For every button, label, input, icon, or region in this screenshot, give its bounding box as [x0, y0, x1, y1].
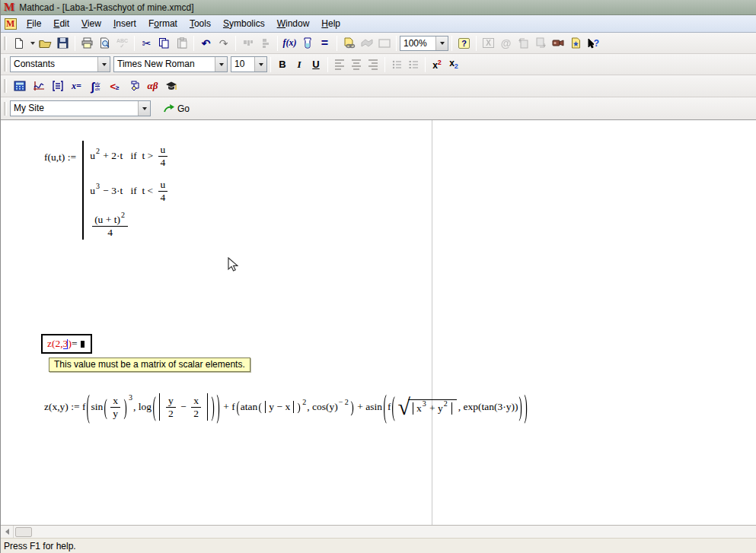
- numbered-list-icon: [409, 60, 419, 69]
- menu-symbolics[interactable]: Symbolics: [217, 16, 271, 31]
- document-icon[interactable]: M: [5, 18, 17, 30]
- new-page-icon: [13, 37, 25, 49]
- print-preview-button[interactable]: [96, 35, 113, 52]
- window-title: Mathcad - [Laba-1-Raschyot of mine.xmcd]: [19, 2, 193, 13]
- help-icon: ?: [458, 38, 470, 49]
- horizontal-scrollbar[interactable]: [1, 525, 756, 538]
- menu-help[interactable]: Help: [315, 16, 346, 31]
- worksheet-canvas[interactable]: f(u,t) := u2 + 2·t if t > u4 u3 − 3·t if…: [1, 120, 756, 525]
- align-left-button[interactable]: [331, 56, 348, 72]
- menu-window[interactable]: Window: [271, 16, 316, 31]
- insert-region-button[interactable]: [375, 35, 393, 52]
- zoom-dropdown-button[interactable]: [435, 37, 448, 50]
- insert-component-button[interactable]: [358, 35, 375, 52]
- symbolic-palette-button[interactable]: [162, 78, 181, 95]
- font-dropdown-button[interactable]: [215, 57, 227, 72]
- scrollbar-thumb[interactable]: [15, 527, 32, 537]
- paste-button[interactable]: [173, 35, 190, 52]
- mail-button[interactable]: @: [497, 35, 515, 52]
- menu-view[interactable]: View: [75, 16, 107, 31]
- bullet-list-button[interactable]: [388, 56, 405, 72]
- align-right-button[interactable]: [365, 56, 381, 72]
- bullet-list-icon: [392, 60, 402, 69]
- insert-function-button[interactable]: f(x): [281, 35, 298, 52]
- align-across-button[interactable]: [239, 35, 257, 52]
- context-help-button[interactable]: ?: [585, 35, 602, 52]
- greek-palette-button[interactable]: αβ: [143, 78, 162, 95]
- redo-button[interactable]: ↷: [215, 35, 232, 52]
- menu-file[interactable]: File: [21, 16, 47, 31]
- toolbar-gripper[interactable]: [4, 58, 7, 72]
- copy-button[interactable]: [155, 35, 173, 52]
- graph-palette-button[interactable]: [29, 78, 48, 95]
- menu-format[interactable]: Format: [142, 16, 183, 31]
- font-size-combobox[interactable]: 10: [231, 56, 267, 72]
- menu-insert[interactable]: Insert: [107, 16, 142, 31]
- printer-icon: [81, 37, 94, 49]
- programming-palette-button[interactable]: [124, 78, 143, 95]
- align-down-button[interactable]: [257, 35, 274, 52]
- save-floppy-icon: [57, 37, 69, 49]
- menu-tools[interactable]: Tools: [183, 16, 217, 31]
- excel-component-button[interactable]: X: [480, 35, 497, 52]
- wizard-page-icon: [570, 37, 582, 49]
- insert-hyperlink-button[interactable]: [340, 35, 358, 52]
- update-upload-button[interactable]: [515, 35, 532, 52]
- calculate-button[interactable]: =: [316, 35, 333, 52]
- math-region-error[interactable]: z(2,3) =: [41, 334, 92, 354]
- toolbar-gripper[interactable]: [4, 79, 7, 93]
- go-arrow-icon: [164, 104, 175, 113]
- font-size-dropdown-button[interactable]: [254, 57, 266, 72]
- dropdown-caret-icon: [440, 42, 445, 45]
- numbered-list-button[interactable]: [405, 56, 422, 72]
- toolbar-gripper[interactable]: [4, 37, 7, 50]
- calculator-palette-button[interactable]: [10, 78, 29, 95]
- evaluation-palette-button[interactable]: x=: [67, 78, 86, 95]
- help-button[interactable]: ?: [455, 35, 473, 52]
- superscript-button[interactable]: x2: [429, 56, 445, 72]
- resources-dropdown-button[interactable]: [138, 101, 150, 116]
- page-up-icon: [518, 37, 529, 49]
- subscript-button[interactable]: x2: [445, 56, 462, 72]
- piecewise-row-3: (u + t)24: [90, 214, 170, 238]
- presentation-button[interactable]: [550, 35, 567, 52]
- save-button[interactable]: [54, 35, 72, 52]
- font-combobox[interactable]: Times New Roman: [113, 56, 228, 72]
- resources-combobox[interactable]: My Site: [10, 100, 151, 116]
- open-button[interactable]: [37, 35, 54, 52]
- new-dropdown-button[interactable]: [27, 35, 37, 52]
- cut-button[interactable]: ✂: [138, 35, 155, 52]
- toolbar-gripper[interactable]: [4, 102, 7, 116]
- update-download-button[interactable]: [532, 35, 550, 52]
- go-button[interactable]: Go: [158, 101, 195, 116]
- copy-icon: [158, 37, 170, 49]
- math-region-z-definition[interactable]: z(x,y) := f ( sin ( xy ) 3 , log ( y2 − …: [44, 388, 528, 426]
- menu-edit[interactable]: Edit: [47, 16, 75, 31]
- bold-button[interactable]: B: [274, 56, 291, 72]
- spellcheck-button[interactable]: ABC✓: [113, 35, 131, 52]
- underline-button[interactable]: U: [308, 56, 324, 72]
- zoom-combobox[interactable]: 100%: [400, 36, 448, 51]
- style-dropdown-button[interactable]: [97, 57, 110, 72]
- boolean-palette-button[interactable]: <≥: [105, 78, 124, 95]
- dydx-icon: dydx: [95, 81, 100, 91]
- italic-button[interactable]: I: [291, 56, 308, 72]
- matrix-palette-button[interactable]: [48, 78, 67, 95]
- scroll-left-button[interactable]: [1, 526, 14, 538]
- new-button[interactable]: [10, 35, 27, 52]
- mathcad-window: M Mathcad - [Laba-1-Raschyot of mine.xmc…: [0, 0, 756, 553]
- insert-unit-button[interactable]: [298, 35, 316, 52]
- wizard-button[interactable]: [567, 35, 585, 52]
- font-size-value: 10: [231, 57, 254, 72]
- print-button[interactable]: [78, 35, 96, 52]
- style-combobox[interactable]: Constants: [10, 56, 110, 72]
- context-help-qmark: ?: [594, 38, 599, 49]
- undo-button[interactable]: ↶: [197, 35, 215, 52]
- align-center-button[interactable]: [348, 56, 365, 72]
- math-region-piecewise[interactable]: f(u,t) := u2 + 2·t if t > u4 u3 − 3·t if…: [44, 141, 170, 240]
- piecewise-row-2: u3 − 3·t if t < u4: [90, 179, 170, 203]
- graduation-cap-icon: [165, 81, 178, 91]
- open-folder-icon: [39, 37, 52, 49]
- placeholder-square: [81, 341, 85, 348]
- calculus-palette-button[interactable]: ∫ dydx: [86, 78, 105, 95]
